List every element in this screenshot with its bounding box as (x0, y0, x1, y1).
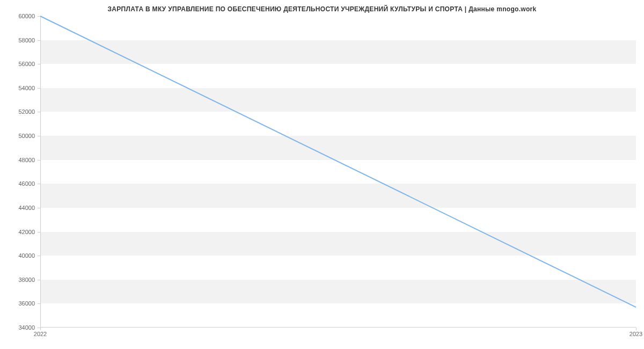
data-line (40, 16, 636, 307)
x-tick (40, 328, 41, 330)
y-axis-tick-label: 56000 (8, 61, 35, 67)
x-tick (636, 328, 636, 330)
y-axis-tick-label: 42000 (8, 229, 35, 235)
x-axis-tick-label: 2022 (34, 331, 47, 337)
y-axis-tick-label: 40000 (8, 252, 35, 259)
y-tick (38, 136, 40, 136)
chart-title: ЗАРПЛАТА В МКУ УПРАВЛЕНИЕ ПО ОБЕСПЕЧЕНИЮ… (0, 0, 644, 13)
y-axis-tick-label: 34000 (8, 324, 35, 331)
y-axis-tick-label: 60000 (8, 13, 35, 19)
chart-container: ЗАРПЛАТА В МКУ УПРАВЛЕНИЕ ПО ОБЕСПЕЧЕНИЮ… (0, 0, 644, 349)
plot-area: 3400036000380004000042000440004600048000… (40, 16, 636, 328)
y-tick (38, 64, 40, 64)
y-axis-tick-label: 44000 (8, 205, 35, 211)
y-axis-tick-label: 38000 (8, 277, 35, 283)
y-tick (38, 184, 40, 184)
y-axis-tick-label: 58000 (8, 37, 35, 43)
y-tick (38, 303, 40, 304)
x-axis-tick-label: 2023 (630, 331, 642, 337)
y-axis-tick-label: 52000 (8, 108, 35, 115)
y-tick (38, 232, 40, 232)
y-axis-tick-label: 54000 (8, 85, 35, 91)
y-tick (38, 40, 40, 41)
y-tick (38, 280, 40, 280)
y-axis-tick-label: 48000 (8, 157, 35, 163)
y-tick (38, 256, 40, 256)
y-tick (38, 160, 40, 161)
y-tick (38, 112, 40, 112)
chart-line-svg (40, 16, 636, 328)
y-axis-tick-label: 46000 (8, 180, 35, 187)
y-axis-tick-label: 36000 (8, 300, 35, 307)
y-axis-tick-label: 50000 (8, 133, 35, 139)
y-tick (38, 16, 40, 17)
y-tick (38, 88, 40, 89)
y-tick (38, 208, 40, 208)
